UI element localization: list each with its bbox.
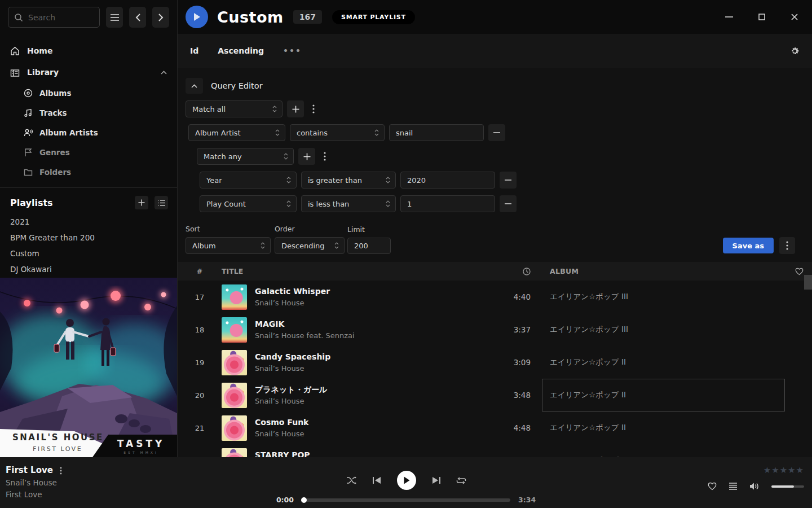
play-pause-button[interactable] (397, 471, 416, 490)
track-row[interactable]: 20 プラネット・ガール Snail’s House 3:48 エイリアン☆ポッ… (178, 379, 812, 411)
playlist-item-dj-okawari[interactable]: DJ Okawari (0, 261, 177, 277)
previous-button[interactable] (373, 476, 381, 484)
order-label: Order (275, 225, 345, 233)
rule-field-select-1[interactable]: Album Artist (188, 124, 285, 141)
sidebar-item-library[interactable]: Library (0, 62, 177, 83)
track-row[interactable]: 18 MAGIK Snail’s House feat. Sennzai 3:3… (178, 313, 812, 346)
save-as-button[interactable]: Save as (723, 238, 774, 253)
track-artist[interactable]: Snail’s House (255, 428, 491, 440)
sort-select[interactable]: Album (186, 237, 271, 254)
column-album[interactable]: ALBUM (550, 267, 784, 275)
track-album[interactable]: エイリアン☆ポップ III (550, 313, 784, 346)
remove-rule-button-1[interactable] (488, 124, 505, 141)
remove-rule-button-3[interactable] (500, 195, 517, 212)
seek-thumb[interactable] (301, 497, 307, 503)
order-value: Descending (281, 242, 325, 250)
nav-forward-button[interactable] (152, 7, 169, 28)
rule-value-input-3[interactable] (400, 195, 495, 212)
playlist-item-custom[interactable]: Custom (0, 246, 177, 261)
playlist-header: Custom 167 SMART PLAYLIST (178, 0, 812, 34)
seek-bar[interactable] (302, 498, 510, 502)
query-editor: Query Editor Match all Album A (178, 68, 812, 254)
track-album-focused-cell[interactable]: エイリアン☆ポップ II (542, 379, 785, 411)
folders-icon (24, 168, 33, 177)
sort-order-button[interactable]: Ascending (218, 46, 264, 55)
track-album[interactable]: エイリアン☆ポップ II (550, 411, 784, 444)
volume-slider[interactable] (771, 485, 804, 488)
minimize-button[interactable] (720, 7, 739, 27)
search-box[interactable] (8, 7, 100, 28)
queue-button[interactable] (729, 483, 738, 490)
rule-field-select-2[interactable]: Year (200, 172, 297, 189)
match-type-select-1[interactable]: Match all (186, 100, 283, 117)
rule-field-value: Play Count (206, 200, 246, 208)
sidebar-item-genres[interactable]: Genres (0, 142, 177, 162)
add-playlist-button[interactable] (135, 196, 148, 209)
remove-rule-button-2[interactable] (500, 172, 517, 189)
sidebar-item-tracks[interactable]: Tracks (0, 103, 177, 122)
menu-button[interactable] (106, 7, 123, 28)
rule-field-select-3[interactable]: Play Count (200, 195, 297, 212)
track-row[interactable]: 21 Cosmo Funk Snail’s House 4:48 エイリアン☆ポ… (178, 411, 812, 444)
track-row[interactable]: 19 Candy Spaceship Snail’s House 3:09 エイ… (178, 346, 812, 379)
repeat-button[interactable] (456, 476, 466, 485)
match-type-select-2[interactable]: Match any (197, 148, 294, 165)
track-album[interactable]: エイリアン☆ポップ III (550, 281, 784, 313)
volume-icon[interactable] (749, 482, 760, 491)
playlist-list-button[interactable] (155, 196, 168, 209)
group-menu-button-1[interactable] (308, 100, 319, 117)
add-rule-button-1[interactable] (287, 100, 304, 117)
sidebar-item-label: Library (27, 68, 59, 77)
track-artist[interactable]: Snail’s House feat. Sennzai (255, 330, 491, 341)
track-thumbnail (222, 415, 247, 441)
track-album[interactable]: エイリアン☆ポップ II (550, 346, 784, 379)
add-rule-button-2[interactable] (298, 148, 315, 165)
sort-field-button[interactable]: Id (190, 46, 198, 55)
rule-value-input-2[interactable] (400, 172, 495, 189)
collapse-chevron-icon[interactable] (161, 71, 167, 75)
limit-input[interactable] (347, 238, 391, 254)
rule-operator-select-2[interactable]: is greater than (301, 172, 396, 189)
play-playlist-button[interactable] (186, 6, 208, 28)
track-artist[interactable]: Snail’s House (255, 396, 491, 407)
now-playing-album-art: SNAIL'S HOUSE FIRST LOVE TASTY EST MMXI (0, 278, 177, 457)
column-title[interactable]: TITLE (222, 267, 491, 275)
close-button[interactable] (785, 7, 804, 27)
next-button[interactable] (432, 476, 440, 484)
favorite-heart-icon[interactable] (786, 268, 812, 275)
select-arrows-icon (284, 153, 288, 160)
rule-operator-select-1[interactable]: contains (290, 124, 385, 141)
settings-gear-icon[interactable] (790, 46, 800, 56)
duration-clock-icon[interactable] (491, 268, 531, 275)
rule-value-input-1[interactable] (389, 124, 484, 141)
collapse-query-editor-button[interactable] (186, 78, 203, 94)
sidebar-item-folders[interactable]: Folders (0, 162, 177, 182)
track-title: Cosmo Funk (255, 417, 491, 428)
order-select[interactable]: Descending (275, 237, 345, 254)
group-menu-button-2[interactable] (320, 148, 330, 165)
track-row[interactable]: 17 Galactic Whisper Snail’s House 4:40 エ… (178, 281, 812, 313)
maximize-button[interactable] (752, 7, 771, 27)
limit-label: Limit (347, 225, 391, 234)
sidebar-item-album-artists[interactable]: Album Artists (0, 122, 177, 142)
more-options-button[interactable]: ••• (283, 46, 302, 55)
playlist-item-bpm[interactable]: BPM Greater than 200 (0, 230, 177, 246)
sidebar-item-home[interactable]: Home (0, 40, 177, 62)
rule-operator-select-3[interactable]: is less than (301, 195, 396, 212)
sort-label: Sort (186, 225, 271, 233)
track-thumbnail (222, 317, 247, 343)
search-input[interactable] (28, 13, 94, 22)
playlist-item-2021[interactable]: 2021 (0, 214, 177, 230)
nav-back-button[interactable] (129, 7, 146, 28)
shuffle-button[interactable] (346, 476, 357, 485)
track-artist[interactable]: Snail’s House (255, 363, 491, 374)
rating-stars[interactable]: ★★★★★ (764, 465, 804, 475)
favorite-button[interactable] (708, 482, 717, 491)
select-arrows-icon (286, 200, 291, 207)
total-time: 3:34 (518, 496, 536, 504)
save-menu-button[interactable] (779, 237, 795, 254)
sidebar-item-albums[interactable]: Albums (0, 83, 177, 103)
column-index[interactable]: # (178, 267, 222, 275)
track-artist[interactable]: Snail’s House (255, 297, 491, 309)
scrollbar-thumb[interactable] (804, 275, 812, 290)
